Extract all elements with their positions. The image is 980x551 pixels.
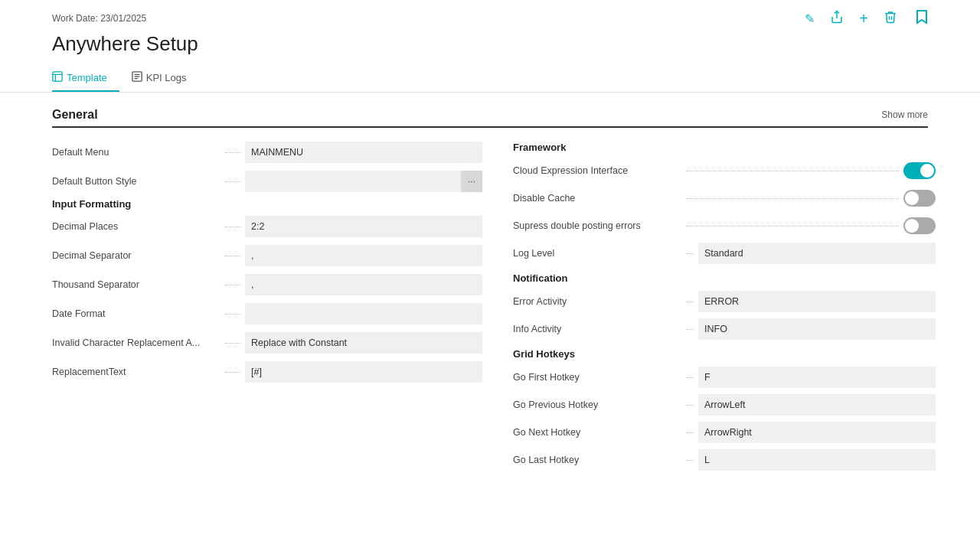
notification-title: Notification [513,272,936,284]
cloud-expression-knob [920,164,934,178]
default-menu-input[interactable] [245,142,482,163]
tab-kpi-logs-label: KPI Logs [146,72,187,83]
decimal-separator-input[interactable] [245,245,482,266]
tab-template[interactable]: Template [52,65,119,92]
info-activity-dots [686,329,694,330]
thousand-separator-label: Thousand Separator [52,279,220,290]
decimal-separator-dots [225,256,240,256]
invalid-char-replacement-label: Invalid Character Replacement A... [52,337,220,348]
default-button-style-dots [225,181,240,182]
thousand-separator-row: Thousand Separator [52,272,482,297]
error-activity-row: Error Activity ERROR [513,290,936,313]
edit-icon[interactable]: ✎ [805,11,815,26]
decimal-separator-label: Decimal Separator [52,250,220,261]
go-previous-hotkey-value[interactable]: ArrowLeft [698,394,936,416]
error-activity-dots [686,302,694,302]
default-menu-row: Default Menu [52,140,482,165]
disable-cache-label: Disable Cache [513,193,681,204]
invalid-char-replacement-input[interactable] [245,332,482,354]
invalid-char-replacement-row: Invalid Character Replacement A... [52,331,482,355]
delete-icon[interactable] [884,10,897,27]
supress-double-posting-toggle[interactable] [903,217,936,234]
framework-title: Framework [513,142,936,153]
general-section-title: General [52,108,98,122]
share-icon[interactable] [830,10,844,27]
go-first-hotkey-label: Go First Hotkey [513,372,681,383]
go-last-hotkey-row: Go Last Hotkey L [513,448,936,471]
default-button-style-row: Default Button Style ··· [52,169,482,194]
tabs-bar: Template KPI Logs [52,65,928,92]
go-previous-hotkey-label: Go Previous Hotkey [513,399,681,410]
tab-template-label: Template [67,72,107,83]
supress-double-posting-dots [686,226,899,227]
decimal-separator-row: Decimal Separator [52,243,482,268]
info-activity-label: Info Activity [513,324,681,334]
go-previous-hotkey-dots [686,405,694,406]
right-panel: Framework Cloud Expression Interface Dis… [513,140,936,476]
date-format-row: Date Format [52,302,482,326]
replacement-text-dots [225,372,240,373]
decimal-places-dots [225,227,240,227]
date-format-dots [225,314,240,315]
go-first-hotkey-row: Go First Hotkey F [513,366,936,389]
thousand-separator-dots [225,285,240,285]
work-date-label: Work Date: 23/01/2025 [52,13,146,24]
info-activity-row: Info Activity INFO [513,318,936,341]
replacement-text-label: ReplacementText [52,367,220,377]
default-button-style-input[interactable] [245,171,461,192]
default-menu-dots [225,152,240,153]
go-last-hotkey-label: Go Last Hotkey [513,455,681,465]
cloud-expression-dots [686,171,899,171]
default-button-style-btn[interactable]: ··· [461,171,482,192]
supress-double-posting-label: Supress double posting errors [513,220,681,231]
default-menu-label: Default Menu [52,147,220,158]
decimal-places-label: Decimal Places [52,221,220,232]
go-last-hotkey-dots [686,460,694,461]
input-formatting-title: Input Formatting [52,198,482,210]
disable-cache-toggle[interactable] [903,190,936,207]
go-last-hotkey-value[interactable]: L [698,449,936,471]
go-next-hotkey-row: Go Next Hotkey ArrowRight [513,421,936,444]
svg-rect-1 [53,72,62,81]
add-icon[interactable]: + [859,10,868,28]
supress-double-posting-row: Supress double posting errors [513,214,936,237]
log-level-label: Log Level [513,248,681,259]
error-activity-value[interactable]: ERROR [698,291,936,312]
page-title: Anywhere Setup [52,32,928,56]
invalid-char-replacement-dots [225,343,240,344]
date-format-label: Date Format [52,308,220,319]
tab-kpi-logs[interactable]: KPI Logs [132,65,199,92]
default-button-style-wrapper: ··· [245,171,482,192]
info-activity-value[interactable]: INFO [698,318,936,340]
go-previous-hotkey-row: Go Previous Hotkey ArrowLeft [513,393,936,416]
show-more-link[interactable]: Show more [881,109,928,120]
disable-cache-knob [905,191,919,205]
template-tab-icon [52,71,63,84]
log-level-dots [686,253,694,254]
replacement-text-input[interactable] [245,361,482,383]
grid-hotkeys-title: Grid Hotkeys [513,348,936,360]
kpi-logs-tab-icon [132,71,142,84]
log-level-row: Log Level Standard [513,242,936,265]
left-panel: Default Menu Default Button Style ··· In… [52,140,482,476]
go-next-hotkey-dots [686,432,694,433]
general-section-header: General Show more [52,108,928,128]
supress-double-posting-knob [905,219,919,233]
go-first-hotkey-dots [686,377,694,378]
decimal-places-input[interactable] [245,216,482,237]
cloud-expression-row: Cloud Expression Interface [513,159,936,182]
disable-cache-dots [686,198,899,199]
log-level-value[interactable]: Standard [698,243,936,264]
error-activity-label: Error Activity [513,296,681,307]
date-format-input[interactable] [245,303,482,324]
cloud-expression-label: Cloud Expression Interface [513,165,681,176]
bookmark-icon[interactable] [916,9,928,28]
cloud-expression-toggle[interactable] [903,162,936,179]
disable-cache-row: Disable Cache [513,187,936,210]
go-first-hotkey-value[interactable]: F [698,367,936,388]
go-next-hotkey-label: Go Next Hotkey [513,427,681,438]
go-next-hotkey-value[interactable]: ArrowRight [698,422,936,443]
default-button-style-label: Default Button Style [52,176,220,187]
replacement-text-row: ReplacementText [52,360,482,384]
thousand-separator-input[interactable] [245,274,482,295]
